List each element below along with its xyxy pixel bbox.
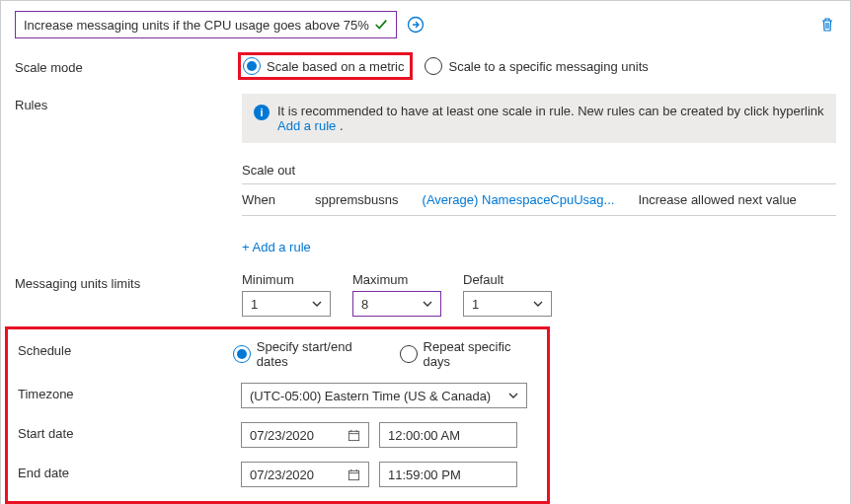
chevron-down-icon — [508, 391, 518, 400]
end-date-value: 07/23/2020 — [250, 468, 314, 482]
autoscale-panel: Increase messaging units if the CPU usag… — [0, 0, 851, 504]
limit-def-select[interactable]: 1 — [463, 291, 552, 317]
limit-def-value: 1 — [472, 297, 479, 312]
rule-when: When — [242, 192, 291, 207]
start-date-row: Start date 07/23/2020 12:00:00 AM — [18, 422, 537, 448]
chevron-down-icon — [423, 299, 432, 309]
limit-max-select[interactable]: 8 — [352, 291, 441, 317]
end-date-input[interactable]: 07/23/2020 — [241, 462, 369, 487]
radio-icon — [243, 57, 261, 75]
start-date-input[interactable]: 07/23/2020 — [241, 422, 369, 448]
start-date-pair: 07/23/2020 12:00:00 AM — [241, 422, 517, 448]
scale-mode-row: Scale mode Scale based on a metric Scale… — [15, 56, 836, 76]
schedule-options: Specify start/end dates Repeat specific … — [233, 339, 537, 369]
rule-action: Increase allowed next value — [638, 192, 796, 207]
scale-mode-label: Scale mode — [15, 56, 242, 75]
info-icon: i — [254, 105, 270, 120]
svg-rect-5 — [348, 470, 358, 479]
radio-icon — [425, 57, 442, 75]
start-time-value: 12:00:00 AM — [388, 428, 460, 443]
radio-specify-dates[interactable]: Specify start/end dates — [233, 339, 382, 369]
delete-icon[interactable] — [818, 16, 836, 34]
chevron-down-icon — [533, 299, 543, 309]
radio-icon — [400, 345, 417, 363]
start-date-label: Start date — [18, 422, 241, 441]
limit-min-select[interactable]: 1 — [242, 291, 331, 317]
scale-mode-options: Scale based on a metric Scale to a speci… — [242, 56, 836, 76]
radio-repeat-days[interactable]: Repeat specific days — [400, 339, 537, 369]
calendar-icon — [348, 468, 360, 481]
info-box: i It is recommended to have at least one… — [242, 94, 836, 143]
check-icon — [374, 18, 388, 32]
highlight-scale-metric: Scale based on a metric — [238, 52, 413, 80]
limit-min: Minimum 1 — [242, 272, 331, 317]
submit-icon[interactable] — [407, 16, 425, 34]
limit-max-label: Maximum — [352, 272, 441, 287]
rule-metric-link[interactable]: (Average) NamespaceCpuUsag... — [423, 192, 615, 207]
radio-scale-metric[interactable]: Scale based on a metric — [243, 57, 404, 75]
end-date-row: End date 07/23/2020 11:59:00 PM — [18, 462, 537, 487]
timezone-row: Timezone (UTC-05:00) Eastern Time (US & … — [18, 383, 537, 408]
highlight-schedule-block: Schedule Specify start/end dates Repeat … — [5, 326, 550, 504]
limit-min-value: 1 — [251, 297, 258, 312]
rules-label: Rules — [15, 94, 242, 112]
radio-icon — [233, 345, 250, 363]
chevron-down-icon — [312, 299, 322, 309]
info-text: It is recommended to have at least one s… — [277, 104, 824, 133]
limits-row: Messaging units limits Minimum 1 Maximum… — [15, 272, 836, 317]
rules-divider — [242, 183, 836, 184]
limit-max: Maximum 8 — [352, 272, 441, 317]
end-date-label: End date — [18, 462, 241, 480]
limit-max-value: 8 — [361, 297, 368, 312]
scale-out-header: Scale out — [242, 163, 836, 178]
svg-rect-1 — [348, 431, 358, 440]
condition-name-input[interactable]: Increase messaging units if the CPU usag… — [15, 11, 397, 38]
rule-resource: sppremsbusns — [315, 192, 399, 207]
add-rule-link[interactable]: Add a rule — [277, 118, 336, 133]
radio-label: Scale based on a metric — [267, 59, 404, 74]
rules-section: i It is recommended to have at least one… — [242, 94, 836, 254]
rules-divider — [242, 215, 836, 216]
end-date-pair: 07/23/2020 11:59:00 PM — [241, 462, 517, 487]
end-time-value: 11:59:00 PM — [388, 468, 461, 482]
limits-label: Messaging units limits — [15, 272, 242, 291]
calendar-icon — [348, 429, 360, 442]
rule-row: When sppremsbusns (Average) NamespaceCpu… — [242, 192, 836, 207]
schedule-row: Schedule Specify start/end dates Repeat … — [18, 339, 537, 369]
condition-name-text: Increase messaging units if the CPU usag… — [24, 18, 374, 33]
schedule-label: Schedule — [18, 339, 233, 358]
radio-label: Specify start/end dates — [257, 339, 382, 369]
radio-label: Repeat specific days — [424, 339, 537, 369]
start-time-input[interactable]: 12:00:00 AM — [379, 422, 517, 448]
limit-def-label: Default — [463, 272, 552, 287]
timezone-label: Timezone — [18, 383, 241, 401]
title-row: Increase messaging units if the CPU usag… — [15, 11, 836, 38]
timezone-value: (UTC-05:00) Eastern Time (US & Canada) — [250, 389, 491, 403]
add-rule-button[interactable]: + Add a rule — [242, 240, 311, 254]
radio-scale-capacity[interactable]: Scale to a specific messaging units — [425, 57, 648, 75]
start-date-value: 07/23/2020 — [250, 428, 314, 443]
timezone-select[interactable]: (UTC-05:00) Eastern Time (US & Canada) — [241, 383, 527, 408]
limits-group: Minimum 1 Maximum 8 Default — [242, 272, 836, 317]
limit-default: Default 1 — [463, 272, 552, 317]
radio-label: Scale to a specific messaging units — [448, 59, 648, 74]
end-time-input[interactable]: 11:59:00 PM — [379, 462, 517, 487]
limit-min-label: Minimum — [242, 272, 331, 287]
rules-row: Rules i It is recommended to have at lea… — [15, 94, 836, 254]
